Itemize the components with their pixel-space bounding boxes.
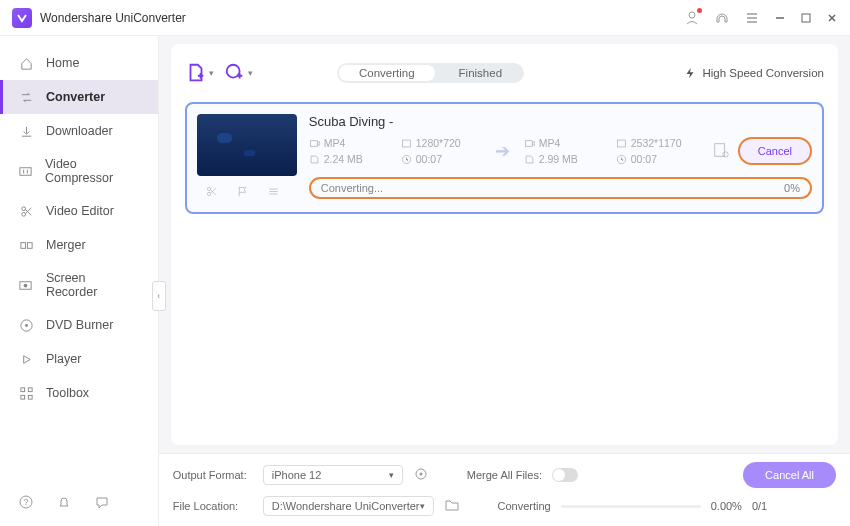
help-icon[interactable]: ? (18, 494, 34, 514)
svg-point-17 (207, 192, 210, 195)
sidebar-item-home[interactable]: Home (0, 46, 158, 80)
merger-icon (18, 237, 34, 253)
svg-rect-5 (20, 242, 25, 248)
account-icon[interactable] (684, 10, 700, 26)
home-icon (18, 55, 34, 71)
bell-icon[interactable] (56, 494, 72, 514)
app-title: Wondershare UniConverter (40, 11, 186, 25)
tab-finished[interactable]: Finished (437, 63, 524, 83)
sidebar-item-recorder[interactable]: Screen Recorder (0, 262, 158, 308)
add-url-button[interactable]: ▾ (224, 62, 253, 84)
svg-point-0 (689, 12, 695, 18)
folder-open-icon[interactable] (444, 497, 460, 515)
sidebar-item-converter[interactable]: Converter (0, 80, 158, 114)
src-size: 2.24 MB (309, 153, 389, 165)
minimize-icon[interactable] (774, 12, 786, 24)
lightning-icon (683, 66, 697, 80)
compressor-icon (18, 163, 33, 179)
svg-rect-21 (525, 140, 532, 146)
svg-point-25 (723, 152, 728, 157)
sidebar-item-label: Home (46, 56, 79, 70)
footer-bar: Output Format: iPhone 12▾ Merge All File… (159, 453, 850, 526)
app-logo-icon (12, 8, 32, 28)
grid-icon (18, 385, 34, 401)
svg-rect-19 (402, 140, 410, 147)
play-icon (18, 351, 34, 367)
dst-size: 2.99 MB (524, 153, 604, 165)
location-select[interactable]: D:\Wondershare UniConverter▾ (263, 496, 434, 516)
svg-rect-13 (20, 395, 24, 399)
overall-count: 0/1 (752, 500, 767, 512)
cancel-all-button[interactable]: Cancel All (743, 462, 836, 488)
chevron-down-icon: ▾ (389, 470, 394, 480)
sidebar-item-label: Screen Recorder (46, 271, 140, 299)
sidebar-item-label: Player (46, 352, 81, 366)
merge-toggle[interactable] (552, 468, 578, 482)
output-settings-icon[interactable] (413, 466, 429, 484)
high-speed-badge[interactable]: High Speed Conversion (683, 66, 824, 80)
svg-point-4 (21, 212, 25, 216)
maximize-icon[interactable] (800, 12, 812, 24)
sidebar-item-editor[interactable]: Video Editor (0, 194, 158, 228)
collapse-sidebar-button[interactable]: ‹ (152, 281, 166, 311)
arrow-right-icon: ➔ (495, 140, 510, 162)
tab-segmented: Converting Finished (337, 63, 524, 83)
sidebar-item-label: Downloader (46, 124, 113, 138)
chevron-down-icon: ▾ (420, 501, 425, 511)
sidebar-item-dvd[interactable]: DVD Burner (0, 308, 158, 342)
svg-point-8 (24, 283, 28, 287)
disc-icon (18, 317, 34, 333)
output-format-label: Output Format: (173, 469, 253, 481)
svg-rect-18 (310, 140, 317, 146)
close-icon[interactable] (826, 12, 838, 24)
flag-icon[interactable] (236, 184, 249, 202)
dst-duration: 00:07 (616, 153, 696, 165)
dst-resolution: 2532*1170 (616, 137, 696, 149)
sidebar-item-label: Video Compressor (45, 157, 140, 185)
svg-text:?: ? (23, 497, 28, 507)
progress-percent: 0% (784, 182, 800, 194)
svg-rect-6 (27, 242, 32, 248)
sidebar-item-label: DVD Burner (46, 318, 113, 332)
video-thumbnail[interactable] (197, 114, 297, 176)
svg-rect-2 (20, 167, 31, 175)
src-format: MP4 (309, 137, 389, 149)
svg-point-3 (21, 206, 25, 210)
conversion-item-card: Scuba Diving - MP4 1280*720 2.24 MB 00:0… (185, 102, 824, 214)
toolbar: ▾ ▾ Converting Finished High Speed Conve… (185, 54, 824, 92)
scissors-icon (18, 203, 34, 219)
overall-progress-bar (561, 505, 701, 508)
src-duration: 00:07 (401, 153, 481, 165)
add-file-button[interactable]: ▾ (185, 62, 214, 84)
chevron-down-icon: ▾ (209, 68, 214, 78)
headset-icon[interactable] (714, 10, 730, 26)
sidebar-item-toolbox[interactable]: Toolbox (0, 376, 158, 410)
tab-converting[interactable]: Converting (339, 65, 435, 81)
more-icon[interactable] (267, 184, 280, 202)
output-settings-button[interactable] (712, 141, 730, 161)
progress-status: Converting... (321, 182, 383, 194)
feedback-icon[interactable] (94, 494, 110, 514)
sidebar-item-compressor[interactable]: Video Compressor (0, 148, 158, 194)
chevron-down-icon: ▾ (248, 68, 253, 78)
cancel-button[interactable]: Cancel (738, 137, 812, 165)
location-label: File Location: (173, 500, 253, 512)
recorder-icon (18, 277, 34, 293)
sidebar-item-label: Converter (46, 90, 105, 104)
svg-rect-14 (28, 395, 32, 399)
sidebar-item-merger[interactable]: Merger (0, 228, 158, 262)
svg-rect-1 (802, 14, 810, 22)
sidebar-item-label: Toolbox (46, 386, 89, 400)
overall-percent: 0.00% (711, 500, 742, 512)
converter-icon (18, 89, 34, 105)
menu-icon[interactable] (744, 10, 760, 26)
output-format-select[interactable]: iPhone 12▾ (263, 465, 403, 485)
svg-rect-12 (28, 387, 32, 391)
svg-point-16 (207, 187, 210, 190)
dst-format: MP4 (524, 137, 604, 149)
cut-icon[interactable] (205, 184, 218, 202)
sidebar-item-player[interactable]: Player (0, 342, 158, 376)
svg-point-27 (419, 473, 422, 476)
sidebar-item-downloader[interactable]: Downloader (0, 114, 158, 148)
titlebar: Wondershare UniConverter (0, 0, 850, 36)
